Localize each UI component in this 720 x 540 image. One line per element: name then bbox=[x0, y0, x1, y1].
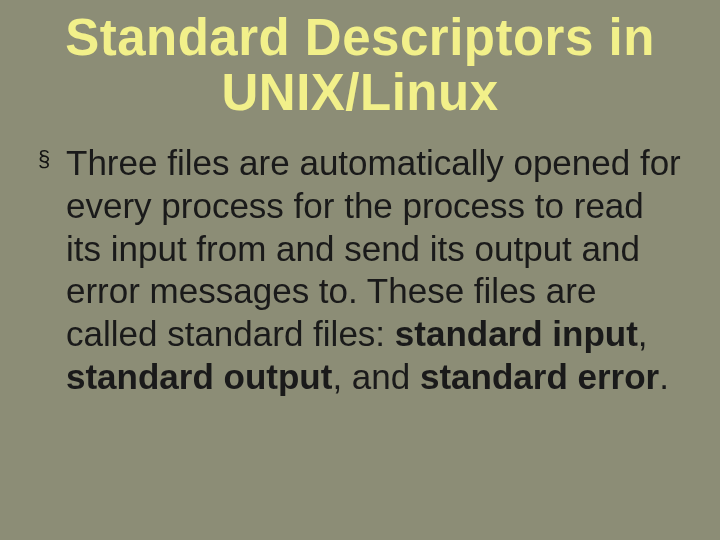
term-stderr: standard error bbox=[420, 357, 659, 396]
bullet-icon: § bbox=[38, 146, 50, 173]
slide: Standard Descriptors in UNIX/Linux § Thr… bbox=[0, 0, 720, 540]
sep2: , and bbox=[332, 357, 420, 396]
slide-title: Standard Descriptors in UNIX/Linux bbox=[38, 10, 682, 120]
tail: . bbox=[659, 357, 669, 396]
slide-body: § Three files are automatically opened f… bbox=[38, 142, 682, 398]
sep1: , bbox=[638, 314, 648, 353]
term-stdin: standard input bbox=[395, 314, 638, 353]
term-stdout: standard output bbox=[66, 357, 332, 396]
